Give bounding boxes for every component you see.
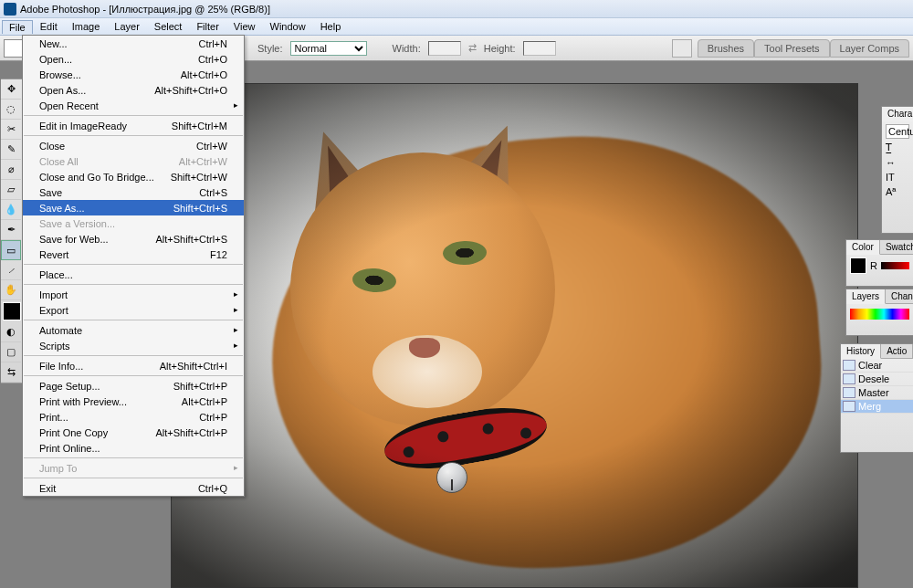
menu-window[interactable]: Window bbox=[263, 19, 313, 34]
marquee-tool-icon[interactable]: ▭ bbox=[1, 240, 21, 260]
style-label: Style: bbox=[257, 43, 283, 54]
tool-preset-thumb[interactable] bbox=[4, 39, 24, 58]
history-state-icon bbox=[843, 387, 855, 398]
menu-item-page-setup[interactable]: Page Setup...Shift+Ctrl+P bbox=[23, 378, 244, 394]
r-channel-label: R bbox=[870, 260, 877, 271]
brush-tool-icon[interactable]: ✎ bbox=[1, 140, 21, 160]
menu-item-place[interactable]: Place... bbox=[23, 267, 244, 282]
tab-swatches[interactable]: Swatch bbox=[880, 240, 913, 255]
menu-edit[interactable]: Edit bbox=[33, 19, 65, 34]
font-family-value[interactable]: Centu bbox=[886, 124, 909, 139]
tab-brushes[interactable]: Brushes bbox=[698, 39, 754, 58]
color-swatch-icon[interactable] bbox=[850, 257, 866, 274]
menu-item-print-one-copy[interactable]: Print One CopyAlt+Shift+Ctrl+P bbox=[23, 425, 244, 440]
character-panel[interactable]: Chara Centu T̲ ↔ IT Aª bbox=[881, 106, 913, 234]
menu-image[interactable]: Image bbox=[65, 19, 108, 34]
tab-layers[interactable]: Layers bbox=[846, 289, 886, 304]
history-state-icon bbox=[843, 373, 855, 384]
history-state-icon bbox=[843, 360, 855, 371]
spectrum-gradient[interactable] bbox=[850, 309, 909, 320]
menu-item-export[interactable]: Export bbox=[23, 302, 244, 318]
eraser-tool-icon[interactable]: ▱ bbox=[1, 180, 21, 200]
swap-icon[interactable]: ⇄ bbox=[468, 42, 477, 54]
menu-item-automate[interactable]: Automate bbox=[23, 322, 244, 338]
imageready-icon[interactable]: ⇆ bbox=[1, 362, 21, 383]
menu-item-print-online[interactable]: Print Online... bbox=[23, 440, 244, 456]
clone-tool-icon[interactable]: ⌀ bbox=[1, 160, 21, 180]
file-menu-dropdown: New...Ctrl+NOpen...Ctrl+OBrowse...Alt+Ct… bbox=[22, 35, 245, 497]
menu-item-open-as[interactable]: Open As...Alt+Shift+Ctrl+O bbox=[23, 82, 244, 98]
font-size-icon: T̲ bbox=[886, 142, 892, 153]
tab-color[interactable]: Color bbox=[846, 240, 880, 255]
eyedropper-tool-icon[interactable]: ⟋ bbox=[1, 260, 21, 280]
menu-item-open[interactable]: Open...Ctrl+O bbox=[23, 51, 244, 67]
menubar: File Edit Image Layer Select Filter View… bbox=[0, 18, 913, 36]
menu-select[interactable]: Select bbox=[147, 19, 190, 34]
baseline-icon: Aª bbox=[886, 186, 896, 197]
hand-tool-icon[interactable]: ✋ bbox=[1, 280, 21, 300]
layers-panel[interactable]: Layers Channe bbox=[845, 289, 913, 336]
crop-tool-icon[interactable]: ✂ bbox=[1, 120, 21, 140]
menu-item-open-recent[interactable]: Open Recent bbox=[23, 98, 244, 113]
menu-item-print[interactable]: Print...Ctrl+P bbox=[23, 409, 244, 425]
screenmode-icon[interactable]: ▢ bbox=[1, 342, 21, 362]
menu-item-print-with-preview[interactable]: Print with Preview...Alt+Ctrl+P bbox=[23, 394, 244, 409]
photoshop-icon bbox=[4, 3, 16, 16]
menu-item-import[interactable]: Import bbox=[23, 287, 244, 302]
menu-view[interactable]: View bbox=[226, 19, 263, 34]
menu-item-jump-to: Jump To bbox=[23, 460, 244, 476]
menu-item-save[interactable]: SaveCtrl+S bbox=[23, 184, 244, 200]
document-title: [Иллюстрация.jpg @ 25% (RGB/8)] bbox=[109, 4, 270, 15]
r-slider[interactable] bbox=[881, 262, 909, 269]
color-panel[interactable]: Color Swatch R bbox=[845, 239, 913, 287]
menu-item-exit[interactable]: ExitCtrl+Q bbox=[23, 480, 244, 496]
history-item[interactable]: Clear bbox=[841, 359, 913, 373]
toolbox: ✥ ◌ ✂ ✎ ⌀ ▱ 💧 ✒ ▭ ⟋ ✋ ◐ ▢ ⇆ bbox=[1, 79, 23, 383]
tab-actions[interactable]: Actio bbox=[881, 344, 913, 359]
titlebar: Adobe Photoshop - [Иллюстрация.jpg @ 25%… bbox=[0, 0, 913, 18]
foreground-color-swatch[interactable] bbox=[3, 302, 21, 320]
history-panel[interactable]: History Actio Clear Desele Master Merg bbox=[840, 343, 913, 453]
menu-item-browse[interactable]: Browse...Alt+Ctrl+O bbox=[23, 67, 244, 82]
menu-item-close-all: Close AllAlt+Ctrl+W bbox=[23, 153, 244, 169]
menu-item-revert[interactable]: RevertF12 bbox=[23, 247, 244, 262]
menu-item-new[interactable]: New...Ctrl+N bbox=[23, 36, 244, 51]
dock-to-palette-icon[interactable] bbox=[672, 39, 692, 58]
width-input[interactable] bbox=[428, 41, 461, 56]
vscale-icon: IT bbox=[886, 172, 895, 183]
menu-item-file-info[interactable]: File Info...Alt+Shift+Ctrl+I bbox=[23, 358, 244, 373]
quickmask-icon[interactable]: ◐ bbox=[1, 322, 21, 342]
menu-layer[interactable]: Layer bbox=[107, 19, 147, 34]
tab-tool-presets[interactable]: Tool Presets bbox=[754, 39, 830, 58]
style-select[interactable]: Normal bbox=[290, 41, 367, 56]
blur-tool-icon[interactable]: 💧 bbox=[1, 200, 21, 220]
history-item[interactable]: Desele bbox=[841, 373, 913, 386]
tab-channels[interactable]: Channe bbox=[886, 289, 913, 304]
app-name: Adobe Photoshop bbox=[20, 4, 100, 15]
menu-item-save-as[interactable]: Save As...Shift+Ctrl+S bbox=[23, 200, 244, 215]
lasso-tool-icon[interactable]: ◌ bbox=[1, 100, 21, 120]
menu-item-save-a-version: Save a Version... bbox=[23, 215, 244, 231]
height-label: Height: bbox=[484, 43, 516, 54]
move-tool-icon[interactable]: ✥ bbox=[1, 79, 21, 100]
height-input[interactable] bbox=[523, 41, 556, 56]
menu-item-scripts[interactable]: Scripts bbox=[23, 338, 244, 353]
width-label: Width: bbox=[393, 43, 421, 54]
menu-item-close-and-go-to-bridge[interactable]: Close and Go To Bridge...Shift+Ctrl+W bbox=[23, 169, 244, 184]
tracking-icon: ↔ bbox=[886, 157, 896, 168]
menu-item-save-for-web[interactable]: Save for Web...Alt+Shift+Ctrl+S bbox=[23, 231, 244, 247]
document-canvas[interactable] bbox=[171, 83, 858, 588]
history-item[interactable]: Master bbox=[841, 386, 913, 400]
history-item[interactable]: Merg bbox=[841, 400, 913, 414]
tab-layer-comps[interactable]: Layer Comps bbox=[830, 39, 909, 58]
menu-filter[interactable]: Filter bbox=[189, 19, 226, 34]
history-state-icon bbox=[843, 401, 855, 412]
tab-character[interactable]: Chara bbox=[882, 107, 913, 121]
menu-item-close[interactable]: CloseCtrl+W bbox=[23, 138, 244, 153]
menu-item-edit-in-imageready[interactable]: Edit in ImageReadyShift+Ctrl+M bbox=[23, 118, 244, 133]
menu-help[interactable]: Help bbox=[313, 19, 349, 34]
menu-file[interactable]: File bbox=[2, 20, 33, 34]
tab-history[interactable]: History bbox=[841, 344, 881, 359]
path-tool-icon[interactable]: ✒ bbox=[1, 220, 21, 240]
